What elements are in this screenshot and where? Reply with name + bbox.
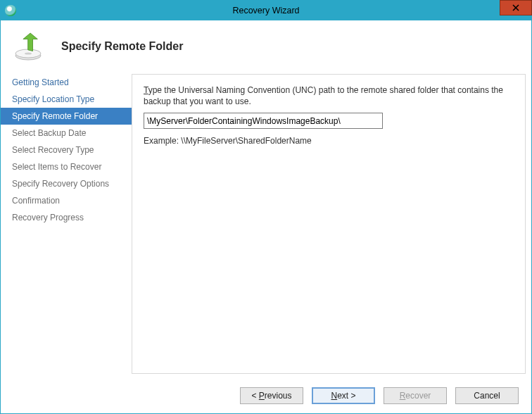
- step-specify-remote-folder: Specify Remote Folder: [1, 108, 132, 125]
- svg-point-4: [25, 52, 32, 54]
- step-select-recovery-type: Select Recovery Type: [1, 142, 132, 158]
- step-getting-started[interactable]: Getting Started: [1, 74, 132, 91]
- page-title: Specify Remote Folder: [61, 40, 183, 53]
- app-icon: [5, 5, 16, 16]
- window-title: Recovery Wizard: [1, 6, 531, 15]
- close-icon: [512, 4, 519, 11]
- recovery-icon: [13, 30, 46, 65]
- wizard-header: Specify Remote Folder: [1, 20, 531, 70]
- unc-path-input[interactable]: [144, 113, 383, 129]
- steps-sidebar: Getting Started Specify Location Type Sp…: [1, 70, 132, 378]
- step-specify-location-type[interactable]: Specify Location Type: [1, 91, 132, 108]
- recover-button: Recover: [384, 387, 447, 404]
- step-recovery-progress: Recovery Progress: [1, 209, 132, 226]
- titlebar: Recovery Wizard: [1, 1, 531, 20]
- wizard-footer: < Previous Next > Recover Cancel: [1, 378, 531, 413]
- step-select-items-to-recover: Select Items to Recover: [1, 158, 132, 175]
- step-specify-recovery-options: Specify Recovery Options: [1, 175, 132, 192]
- next-button[interactable]: Next >: [312, 387, 375, 404]
- example-text: Example: \\MyFileServer\SharedFolderName: [144, 136, 514, 146]
- step-select-backup-date: Select Backup Date: [1, 125, 132, 142]
- step-confirmation: Confirmation: [1, 192, 132, 209]
- instruction-text: Type the Universal Naming Convention (UN…: [144, 84, 514, 107]
- cancel-button[interactable]: Cancel: [455, 387, 519, 404]
- instruction-mnemonic: T: [144, 85, 148, 95]
- wizard-body: Getting Started Specify Location Type Sp…: [1, 70, 531, 378]
- close-button[interactable]: [500, 0, 532, 15]
- previous-button[interactable]: < Previous: [240, 387, 303, 404]
- content-panel: Type the Universal Naming Convention (UN…: [132, 74, 526, 374]
- recovery-wizard-window: Recovery Wizard Specify Remote Folder Ge…: [0, 0, 532, 414]
